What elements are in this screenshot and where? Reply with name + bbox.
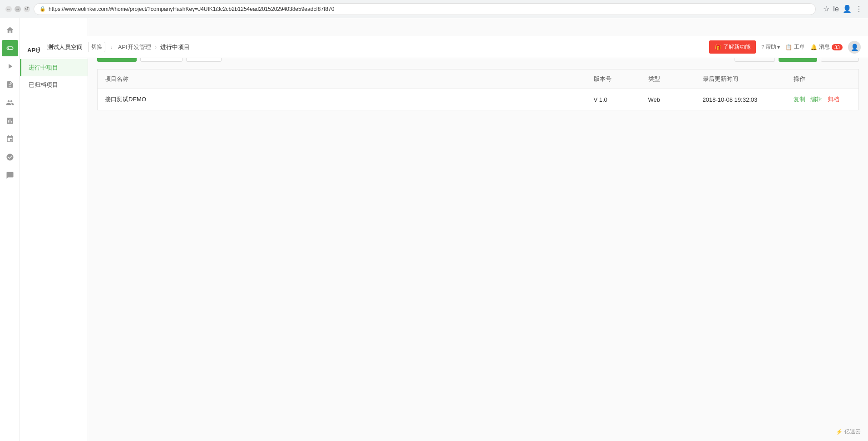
url-text: https://www.eolinker.com/#/home/project/…	[49, 6, 334, 12]
help-button[interactable]: ? 帮助 ▾	[761, 43, 780, 51]
back-button[interactable]: ←	[5, 6, 12, 12]
col-header-type: 类型	[641, 69, 695, 89]
breadcrumb-separator: ›	[155, 44, 157, 50]
gift-icon: 🎁	[715, 44, 721, 50]
archived-projects-label: 已归档项目	[29, 81, 58, 89]
sidebar-item-report[interactable]	[2, 113, 18, 129]
breadcrumb-current: 进行中项目	[160, 43, 190, 51]
main-content: + 新建项目 ⬆ 导入项目 批量操作 📚 学习路径	[88, 18, 868, 441]
table-row: 接口测试DEMO V 1.0 Web 2018-10-08 19:32:03 复…	[98, 89, 859, 110]
project-actions: 复制 编辑 归档	[786, 89, 859, 110]
sidebar-item-archived-projects[interactable]: 已归档项目	[20, 76, 88, 94]
col-header-version: 版本号	[587, 69, 641, 89]
project-version: V 1.0	[587, 89, 641, 110]
sidebar-item-env[interactable]	[2, 149, 18, 165]
secondary-sidebar: API开发管理 进行中项目 已归档项目	[20, 18, 88, 441]
profile-button[interactable]: Ie	[833, 5, 839, 13]
projects-table: 项目名称 版本号 类型 最后更新时间 操作 接口测试DEMO V 1.0	[97, 69, 859, 110]
project-name[interactable]: 接口测试DEMO	[98, 89, 587, 110]
forward-button[interactable]: →	[15, 6, 21, 12]
bell-icon: 🔔	[810, 44, 817, 50]
col-header-actions: 操作	[786, 69, 859, 89]
star-button[interactable]: ☆	[823, 5, 829, 13]
sidebar-item-home[interactable]	[2, 22, 18, 38]
breadcrumb-parent[interactable]: API开发管理	[118, 43, 151, 51]
messages-badge: 33	[832, 44, 843, 50]
app-container: 测试人员空间 切换 › API开发管理 › 进行中项目 🎁 了解新功能 ? 帮助…	[0, 18, 868, 441]
messages-button[interactable]: 🔔 消息 33	[810, 43, 843, 51]
address-bar[interactable]: 🔒 https://www.eolinker.com/#/home/projec…	[34, 3, 816, 15]
project-type: Web	[641, 89, 695, 110]
col-header-updated: 最后更新时间	[695, 69, 786, 89]
table-header-row: 项目名称 版本号 类型 最后更新时间 操作	[98, 69, 859, 89]
footer-brand: ⚡ 亿速云	[836, 428, 861, 436]
help-label: 帮助	[765, 43, 776, 51]
project-updated: 2018-10-08 19:32:03	[695, 89, 786, 110]
nav-actions: 🎁 了解新功能 ? 帮助 ▾ 📋 工单 🔔 消息 33	[709, 40, 861, 54]
copy-action[interactable]: 复制	[794, 96, 805, 103]
workorder-label: 工单	[794, 43, 805, 51]
help-icon: ?	[761, 44, 764, 50]
top-nav: 测试人员空间 切换 › API开发管理 › 进行中项目 🎁 了解新功能 ? 帮助…	[40, 36, 868, 58]
browser-chrome: ← → ↺ 🔒 https://www.eolinker.com/#/home/…	[0, 0, 868, 18]
browser-controls: ← → ↺	[5, 6, 30, 12]
sidebar-item-package[interactable]	[2, 131, 18, 147]
nav-arrow: ›	[111, 45, 113, 50]
sidebar-item-docs[interactable]	[2, 76, 18, 93]
brand-name: 亿速云	[844, 428, 861, 436]
edit-action[interactable]: 编辑	[810, 96, 822, 103]
archive-action[interactable]: 归档	[828, 96, 839, 103]
new-feature-button[interactable]: 🎁 了解新功能	[709, 40, 756, 54]
active-projects-label: 进行中项目	[29, 64, 58, 72]
user-avatar[interactable]: 👤	[848, 41, 861, 54]
breadcrumb: API开发管理 › 进行中项目	[118, 43, 190, 51]
brand-icon: ⚡	[836, 429, 843, 435]
avatar-icon: 👤	[851, 44, 858, 51]
new-feature-label: 了解新功能	[723, 43, 750, 51]
help-chevron-icon: ▾	[777, 44, 780, 50]
account-button[interactable]: 👤	[843, 5, 852, 13]
workorder-button[interactable]: 📋 工单	[785, 43, 805, 51]
sidebar-item-team[interactable]	[2, 94, 18, 111]
sidebar-item-api[interactable]	[2, 40, 18, 56]
menu-button[interactable]: ⋮	[855, 5, 863, 13]
sidebar-item-chat[interactable]	[2, 167, 18, 183]
workspace-name[interactable]: 测试人员空间	[47, 43, 83, 51]
sidebar-content-wrapper: API开发管理 进行中项目 已归档项目 + 新建项目	[20, 18, 868, 441]
sidebar-item-test[interactable]	[2, 58, 18, 74]
refresh-button[interactable]: ↺	[24, 6, 30, 12]
browser-action-buttons: ☆ Ie 👤 ⋮	[823, 5, 863, 13]
icon-sidebar	[0, 18, 20, 441]
sidebar-item-active-projects[interactable]: 进行中项目	[20, 59, 88, 76]
messages-label: 消息	[819, 43, 830, 51]
workorder-icon: 📋	[785, 44, 792, 50]
col-header-name: 项目名称	[98, 69, 587, 89]
lock-icon: 🔒	[39, 6, 46, 12]
switch-button[interactable]: 切换	[88, 42, 105, 52]
